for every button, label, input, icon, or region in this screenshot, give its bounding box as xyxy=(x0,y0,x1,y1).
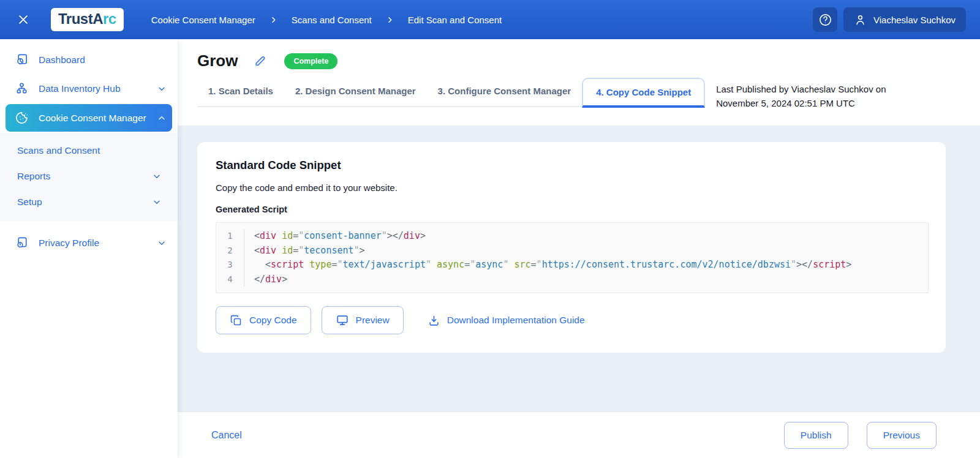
cancel-button[interactable]: Cancel xyxy=(211,430,242,441)
sidebar-item-privacy-profile[interactable]: Privacy Profile xyxy=(0,228,178,257)
download-icon xyxy=(428,314,440,327)
sidebar-submenu: Scans and ConsentReportsSetup xyxy=(0,133,178,221)
title-row: Grow Complete xyxy=(197,51,946,70)
tab-bar: 1. Scan Details2. Design Consent Manager… xyxy=(197,77,705,107)
user-name: Viacheslav Suchkov xyxy=(873,15,956,25)
user-icon xyxy=(854,13,867,26)
previous-button[interactable]: Previous xyxy=(867,422,937,449)
code-line-number: 4 xyxy=(216,272,244,287)
tab-1-scan-details[interactable]: 1. Scan Details xyxy=(197,77,284,106)
privacy-profile-icon xyxy=(15,236,29,250)
breadcrumb-item[interactable]: Edit Scan and Consent xyxy=(408,15,502,25)
download-label: Download Implementation Guide xyxy=(447,315,585,326)
code-line: </div> xyxy=(254,272,928,287)
sidebar: DashboardData Inventory HubCookie Consen… xyxy=(0,39,178,458)
card-title: Standard Code Snippet xyxy=(216,159,929,172)
code-line-number: 1 xyxy=(216,229,244,244)
code-line: <div id="teconsent"> xyxy=(254,244,928,258)
user-menu-button[interactable]: Viacheslav Suchkov xyxy=(843,7,966,32)
code-block: 1234 <div id="consent-banner"></div><div… xyxy=(216,222,929,293)
help-button[interactable] xyxy=(813,7,837,32)
sidebar-item-data-inventory-hub[interactable]: Data Inventory Hub xyxy=(0,74,178,103)
sidebar-item-label: Data Inventory Hub xyxy=(39,83,121,94)
sidebar-item-label: Privacy Profile xyxy=(39,238,99,249)
copy-code-label: Copy Code xyxy=(249,315,297,326)
sidebar-item-cookie-consent-manager[interactable]: Cookie Consent Manager xyxy=(6,104,172,132)
code-snippet-card: Standard Code Snippet Copy the code and … xyxy=(197,142,946,353)
close-icon[interactable] xyxy=(12,9,34,31)
main-panel: Grow Complete 1. Scan Details2. Design C… xyxy=(178,39,980,458)
sidebar-item-label: Cookie Consent Manager xyxy=(39,113,146,124)
copy-code-button[interactable]: Copy Code xyxy=(216,306,311,334)
logo-text-accent: rc xyxy=(103,10,116,27)
app-root: TrustArc Cookie Consent ManagerScans and… xyxy=(0,0,980,458)
page-body: DashboardData Inventory HubCookie Consen… xyxy=(0,39,980,458)
code-line: <script type="text/javascript" async="as… xyxy=(254,258,928,272)
publish-button[interactable]: Publish xyxy=(784,422,848,449)
code-line-numbers: 1234 xyxy=(216,229,244,287)
footer-actions: Publish Previous xyxy=(784,422,937,449)
top-header: TrustArc Cookie Consent ManagerScans and… xyxy=(0,0,980,39)
main-header: Grow Complete 1. Scan Details2. Design C… xyxy=(178,39,980,126)
sidebar-subitem-scans-and-consent[interactable]: Scans and Consent xyxy=(0,138,178,163)
content-area: Standard Code Snippet Copy the code and … xyxy=(178,126,980,411)
chevron-right-icon xyxy=(385,15,394,24)
code-line-number: 3 xyxy=(216,258,244,272)
sidebar-item-label: Setup xyxy=(17,197,42,208)
tab-3-configure-consent-manager[interactable]: 3. Configure Consent Manager xyxy=(427,77,582,106)
generated-script-label: Generated Script xyxy=(216,205,929,214)
last-published-line2: November 5, 2024 02:51 PM UTC xyxy=(716,96,886,110)
sidebar-subitem-reports[interactable]: Reports xyxy=(0,163,178,189)
tab-4-copy-code-snippet[interactable]: 4. Copy Code Snippet xyxy=(582,78,705,108)
status-badge: Complete xyxy=(284,53,337,69)
chevron-down-icon xyxy=(157,84,167,94)
breadcrumb-item[interactable]: Cookie Consent Manager xyxy=(151,15,255,25)
card-actions: Copy Code Preview Download Implementatio… xyxy=(216,306,929,334)
sidebar-bottom-section: Privacy Profile xyxy=(0,228,178,257)
code-line: <div id="consent-banner"></div> xyxy=(254,229,928,244)
chevron-up-icon xyxy=(157,113,167,123)
page-title: Grow xyxy=(197,51,238,70)
preview-label: Preview xyxy=(356,315,390,326)
chevron-right-icon xyxy=(269,15,278,24)
breadcrumb: Cookie Consent ManagerScans and ConsentE… xyxy=(151,15,502,25)
code-content: <div id="consent-banner"></div><div id="… xyxy=(244,229,928,287)
breadcrumb-item[interactable]: Scans and Consent xyxy=(292,15,372,25)
logo-text-primary: TrustA xyxy=(58,10,103,27)
tab-2-design-consent-manager[interactable]: 2. Design Consent Manager xyxy=(284,77,427,106)
sidebar-item-dashboard[interactable]: Dashboard xyxy=(0,45,178,74)
data-inventory-icon xyxy=(15,81,29,96)
edit-title-button[interactable] xyxy=(254,54,267,68)
cookie-icon xyxy=(15,111,29,125)
chevron-down-icon xyxy=(157,238,167,248)
sidebar-item-label: Scans and Consent xyxy=(17,145,100,156)
code-line-number: 2 xyxy=(216,244,244,258)
tabs-row: 1. Scan Details2. Design Consent Manager… xyxy=(197,77,946,110)
header-actions: Viacheslav Suchkov xyxy=(813,7,966,32)
dashboard-icon xyxy=(15,53,29,67)
sidebar-item-label: Dashboard xyxy=(39,54,85,66)
sidebar-item-label: Reports xyxy=(17,171,50,182)
footer-bar: Cancel Publish Previous xyxy=(178,411,980,458)
chevron-down-icon xyxy=(152,171,162,181)
chevron-down-icon xyxy=(152,197,162,207)
trustarc-logo: TrustArc xyxy=(51,8,124,32)
last-published-text: Last Published by Viacheslav Suchkov on … xyxy=(716,77,886,110)
card-subtitle: Copy the code and embed it to your websi… xyxy=(216,182,929,193)
copy-icon xyxy=(230,314,243,327)
monitor-icon xyxy=(336,313,349,327)
preview-button[interactable]: Preview xyxy=(322,306,404,334)
download-implementation-guide-link[interactable]: Download Implementation Guide xyxy=(424,313,589,328)
sidebar-subitem-setup[interactable]: Setup xyxy=(0,189,178,215)
last-published-line1: Last Published by Viacheslav Suchkov on xyxy=(716,82,886,96)
